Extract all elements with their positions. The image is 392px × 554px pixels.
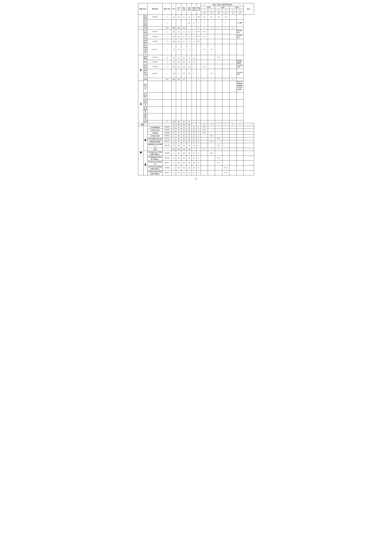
credit: 3 bbox=[162, 29, 171, 34]
exam-type: S bbox=[196, 165, 201, 170]
sem2-hours: 4H bbox=[201, 15, 208, 20]
sem5-hours: 0 bbox=[229, 123, 236, 126]
credit: 3 bbox=[162, 34, 171, 39]
sem3-hours: 1W bbox=[208, 69, 215, 78]
sem6-hours: 0 bbox=[229, 78, 236, 81]
course-type: A bbox=[186, 39, 192, 44]
course-type: B bbox=[192, 170, 196, 175]
course-type: A bbox=[186, 60, 192, 64]
theory-hours: 218 bbox=[181, 148, 186, 151]
credit: 4 bbox=[171, 134, 176, 137]
note bbox=[244, 129, 254, 132]
sem1-hours bbox=[196, 106, 201, 113]
theory-hours bbox=[176, 20, 181, 27]
exam-type bbox=[192, 99, 196, 106]
sem5-hours bbox=[229, 165, 236, 170]
course-code bbox=[147, 106, 162, 113]
credit: 3.5 bbox=[171, 126, 176, 129]
total-hours: 64 bbox=[176, 165, 181, 170]
table-row: 公共英语2001014348480AC2*122*12第2学期考试 bbox=[138, 29, 254, 34]
course-code: 2402120 bbox=[162, 137, 171, 140]
sem5-hours bbox=[222, 92, 229, 99]
exam-type: S bbox=[196, 137, 201, 140]
sem1-hours bbox=[201, 134, 208, 137]
sem4-hours bbox=[215, 92, 222, 99]
practice-hours bbox=[181, 106, 186, 113]
exam-type bbox=[192, 106, 196, 113]
total: 950 bbox=[176, 123, 181, 126]
theory-hours: 0 bbox=[176, 69, 181, 78]
sem5-hours bbox=[229, 143, 236, 148]
sem3-hours bbox=[215, 140, 222, 143]
sem5-hours bbox=[229, 129, 236, 132]
course-name: 创新设计与制作 bbox=[143, 69, 147, 78]
sem3-hours bbox=[208, 60, 215, 64]
exam-type bbox=[196, 123, 201, 126]
sem2-hours bbox=[201, 81, 208, 92]
course-type: B bbox=[192, 151, 196, 156]
course-name: 小计 bbox=[147, 148, 162, 151]
sem6-hours bbox=[229, 34, 236, 39]
theory-hours: 18 bbox=[176, 60, 181, 64]
exam-type: S bbox=[196, 170, 201, 175]
credit: 16.5 bbox=[162, 78, 171, 81]
sem5-hours bbox=[222, 120, 229, 123]
course-code bbox=[162, 148, 171, 151]
sem1-hours: 6 bbox=[196, 27, 201, 29]
sub-category: 任选课 bbox=[138, 81, 143, 123]
course-code: 2402095 bbox=[162, 165, 171, 170]
credit bbox=[162, 99, 171, 106]
total-hours: 30 bbox=[176, 140, 181, 143]
course-name: 汽车电器与电子系统诊断与修复▲ bbox=[147, 151, 162, 156]
sem2-hours: 6 bbox=[208, 148, 215, 151]
exam-type: C bbox=[192, 44, 196, 55]
note bbox=[236, 15, 244, 20]
note bbox=[244, 134, 254, 137]
course-name: 汽车单片机与程序设计▲ bbox=[147, 160, 162, 165]
course-type bbox=[192, 148, 196, 151]
sem2-hours bbox=[208, 165, 215, 170]
credit: 4 bbox=[171, 151, 176, 156]
practice-hours: 10 bbox=[186, 143, 192, 148]
credit: 5 bbox=[162, 20, 171, 27]
sem3-hours: 1 bbox=[208, 20, 215, 27]
sem1-hours bbox=[196, 120, 201, 123]
total-hours: 36 bbox=[171, 64, 176, 69]
table-row: 汽车电子技术24020224604812BS4*15 bbox=[138, 134, 254, 137]
sem5-hours bbox=[222, 60, 229, 64]
theory-hours: 48 bbox=[181, 134, 186, 137]
sem5-hours bbox=[222, 106, 229, 113]
page-wrapper: 课程 类别 课程名称 课程 代码 学分 总学 时 理论 学时 实践 学时 课程 … bbox=[138, 3, 254, 180]
course-code bbox=[147, 113, 162, 120]
course-code: 2202549 bbox=[147, 64, 162, 69]
course-type bbox=[186, 92, 192, 99]
sem3-hours: 6 bbox=[215, 148, 222, 151]
note: 第1学期考试 bbox=[236, 34, 244, 39]
sem5-hours: 1 bbox=[222, 20, 229, 27]
exam-type bbox=[192, 113, 196, 120]
sem3-hours: 4H bbox=[208, 15, 215, 20]
sem6-hours bbox=[229, 15, 236, 20]
course-name: 汽车传感器与执行器 bbox=[147, 137, 162, 140]
sem4-hours bbox=[215, 120, 222, 123]
total-hours bbox=[171, 20, 176, 27]
credit: 1 bbox=[162, 69, 171, 78]
sem6-hours bbox=[229, 69, 236, 78]
practice-hours: 20 bbox=[186, 129, 192, 132]
sem2-hours bbox=[201, 92, 208, 99]
note bbox=[244, 126, 254, 129]
note bbox=[236, 55, 244, 60]
theory: 554 bbox=[181, 123, 186, 126]
credit: 1.5 bbox=[171, 143, 176, 148]
sem4-hours bbox=[215, 29, 222, 34]
table-row: 智能网联汽车技术概论24022861.5302010BC2*15 bbox=[138, 143, 254, 148]
sem6-hours bbox=[229, 60, 236, 64]
note bbox=[236, 120, 244, 123]
theory-hours: 32 bbox=[181, 126, 186, 129]
sem4-hours: 4 bbox=[215, 27, 222, 29]
exam-type: S bbox=[196, 129, 201, 132]
total-hours: 30 bbox=[176, 156, 181, 160]
table-row: 小 计81608080BC bbox=[138, 120, 254, 123]
course-name: 汽车电工技术 bbox=[147, 129, 162, 132]
sem6-hours bbox=[229, 29, 236, 34]
